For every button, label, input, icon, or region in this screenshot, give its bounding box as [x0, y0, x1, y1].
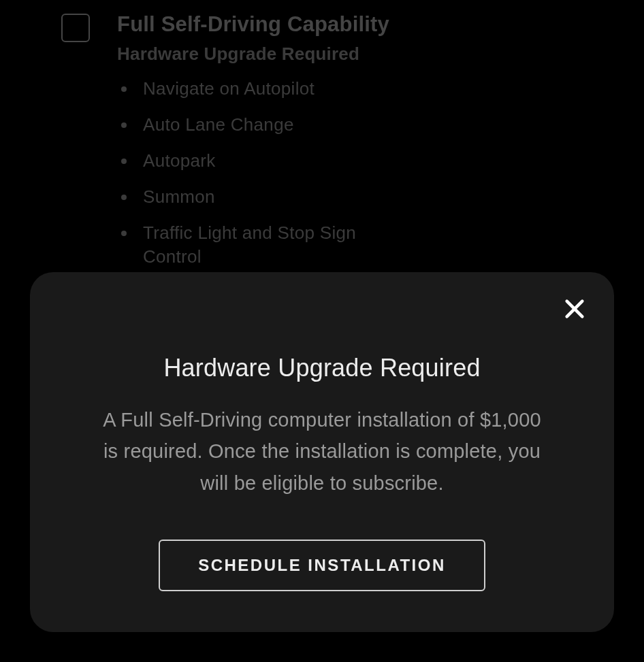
option-title: Full Self-Driving Capability — [117, 12, 617, 37]
feature-list: Navigate on Autopilot Auto Lane Change A… — [117, 77, 617, 269]
close-icon — [563, 297, 586, 320]
option-subtitle: Hardware Upgrade Required — [117, 44, 617, 65]
list-item: Navigate on Autopilot — [117, 77, 617, 101]
modal-title: Hardware Upgrade Required — [63, 354, 581, 382]
schedule-installation-button[interactable]: SCHEDULE INSTALLATION — [159, 540, 485, 591]
option-row: Full Self-Driving Capability Hardware Up… — [61, 12, 617, 282]
list-item: Auto Lane Change — [117, 113, 617, 137]
close-button[interactable] — [561, 295, 588, 322]
list-item: Summon — [117, 185, 617, 209]
modal-body: A Full Self-Driving computer installatio… — [63, 404, 581, 499]
fsd-option: Full Self-Driving Capability Hardware Up… — [61, 12, 617, 282]
list-item: Autopark — [117, 149, 617, 173]
hardware-upgrade-modal: Hardware Upgrade Required A Full Self-Dr… — [30, 272, 614, 632]
option-content: Full Self-Driving Capability Hardware Up… — [117, 12, 617, 282]
fsd-checkbox[interactable] — [61, 14, 90, 42]
list-item: Traffic Light and Stop Sign Control — [117, 221, 389, 269]
